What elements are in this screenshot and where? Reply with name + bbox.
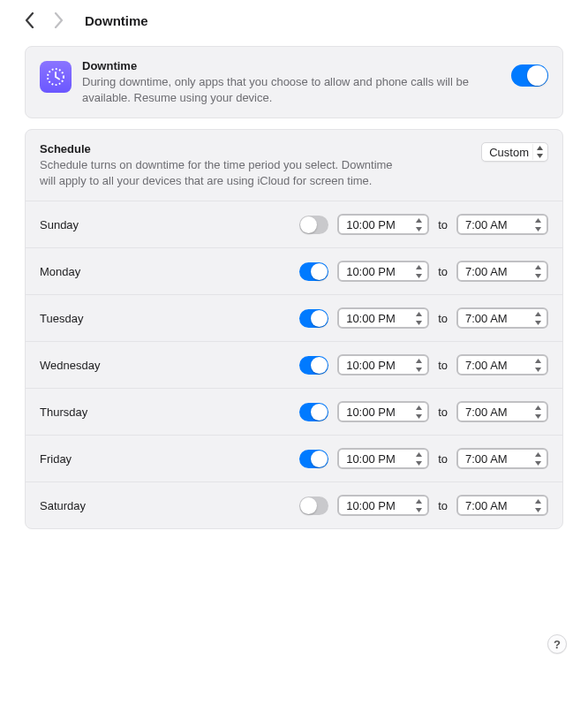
stepper-icon (412, 216, 426, 233)
svg-marker-2 (537, 154, 543, 158)
to-time-picker[interactable]: 7:00 AM (456, 401, 548, 422)
day-name: Friday (40, 452, 299, 466)
forward-button[interactable] (54, 12, 64, 28)
from-time-picker[interactable]: 10:00 PM (337, 401, 429, 422)
from-time-picker[interactable]: 10:00 PM (337, 214, 429, 235)
to-time-value: 7:00 AM (465, 499, 531, 512)
downtime-card: Downtime During downtime, only apps that… (25, 46, 563, 118)
day-row: Wednesday10:00 PMto7:00 AM (26, 341, 562, 388)
from-time-value: 10:00 PM (346, 499, 412, 512)
day-row: Tuesday10:00 PMto7:00 AM (26, 294, 562, 341)
svg-marker-12 (416, 321, 422, 325)
to-label: to (438, 499, 448, 512)
schedule-card: Schedule Schedule turns on downtime for … (25, 129, 563, 529)
back-button[interactable] (25, 12, 34, 28)
stepper-icon (412, 356, 426, 374)
day-row: Thursday10:00 PMto7:00 AM (26, 388, 562, 435)
from-time-value: 10:00 PM (346, 452, 412, 466)
from-time-picker[interactable]: 10:00 PM (337, 261, 429, 282)
to-time-value: 7:00 AM (465, 406, 531, 419)
from-time-value: 10:00 PM (346, 406, 412, 419)
stepper-icon (531, 309, 545, 327)
to-label: to (438, 406, 448, 419)
stepper-icon (412, 309, 426, 327)
stepper-icon (412, 497, 426, 514)
day-switch[interactable] (299, 216, 328, 234)
stepper-icon (531, 262, 545, 280)
schedule-description: Schedule turns on downtime for the time … (40, 157, 411, 188)
chevron-updown-icon (532, 144, 546, 160)
to-time-picker[interactable]: 7:00 AM (456, 354, 548, 375)
svg-marker-8 (416, 274, 422, 278)
day-row: Monday10:00 PMto7:00 AM (26, 247, 562, 294)
svg-marker-25 (535, 452, 541, 457)
schedule-mode-select[interactable]: Custom (481, 142, 548, 162)
day-switch[interactable] (299, 262, 328, 281)
svg-marker-16 (416, 368, 422, 372)
downtime-master-switch[interactable] (511, 64, 548, 87)
day-switch[interactable] (299, 403, 328, 421)
header-bar: Downtime (0, 0, 588, 46)
svg-marker-24 (416, 461, 422, 466)
svg-marker-6 (535, 227, 541, 231)
from-time-value: 10:00 PM (346, 218, 412, 231)
downtime-icon (40, 61, 72, 93)
from-time-picker[interactable]: 10:00 PM (337, 495, 429, 516)
svg-marker-10 (535, 274, 541, 278)
svg-marker-11 (416, 312, 422, 316)
day-name: Wednesday (40, 359, 299, 372)
from-time-picker[interactable]: 10:00 PM (337, 354, 429, 375)
day-row: Friday10:00 PMto7:00 AM (26, 435, 562, 481)
day-name: Tuesday (40, 312, 299, 325)
to-time-picker[interactable]: 7:00 AM (456, 448, 548, 469)
day-row: Saturday10:00 PMto7:00 AM (26, 481, 562, 528)
svg-marker-29 (535, 499, 541, 504)
to-label: to (438, 452, 448, 466)
svg-marker-22 (535, 414, 541, 419)
to-time-value: 7:00 AM (465, 218, 531, 231)
svg-marker-13 (535, 312, 541, 316)
page-title: Downtime (85, 13, 148, 28)
svg-marker-17 (535, 359, 541, 363)
from-time-picker[interactable]: 10:00 PM (337, 307, 429, 329)
day-row: Sunday10:00 PMto7:00 AM (26, 201, 562, 247)
svg-marker-30 (535, 508, 541, 512)
stepper-icon (412, 403, 426, 421)
day-switch[interactable] (299, 450, 328, 468)
to-time-picker[interactable]: 7:00 AM (456, 307, 548, 329)
svg-marker-27 (416, 499, 422, 504)
to-time-picker[interactable]: 7:00 AM (456, 214, 548, 235)
stepper-icon (412, 262, 426, 280)
from-time-picker[interactable]: 10:00 PM (337, 448, 429, 469)
to-time-picker[interactable]: 7:00 AM (456, 495, 548, 516)
svg-marker-20 (416, 414, 422, 419)
day-switch[interactable] (299, 356, 328, 375)
to-label: to (438, 312, 448, 325)
svg-marker-3 (416, 218, 422, 223)
day-name: Monday (40, 265, 299, 278)
day-name: Sunday (40, 218, 299, 231)
to-label: to (438, 265, 448, 278)
schedule-title: Schedule (40, 142, 467, 155)
svg-marker-19 (416, 406, 422, 410)
to-time-picker[interactable]: 7:00 AM (456, 261, 548, 282)
from-time-value: 10:00 PM (346, 312, 412, 325)
svg-marker-21 (535, 406, 541, 410)
stepper-icon (531, 497, 545, 514)
svg-marker-23 (416, 452, 422, 457)
svg-marker-14 (535, 321, 541, 325)
downtime-description: During downtime, only apps that you choo… (82, 74, 501, 105)
stepper-icon (531, 356, 545, 374)
help-icon: ? (554, 638, 561, 651)
day-switch[interactable] (299, 309, 328, 328)
day-name: Thursday (40, 406, 299, 419)
schedule-mode-value: Custom (489, 146, 529, 159)
stepper-icon (412, 450, 426, 467)
day-switch[interactable] (299, 497, 328, 515)
svg-marker-4 (416, 227, 422, 231)
stepper-icon (531, 450, 545, 467)
help-button[interactable]: ? (547, 634, 567, 654)
to-time-value: 7:00 AM (465, 452, 531, 466)
stepper-icon (531, 403, 545, 421)
svg-marker-1 (537, 146, 543, 150)
